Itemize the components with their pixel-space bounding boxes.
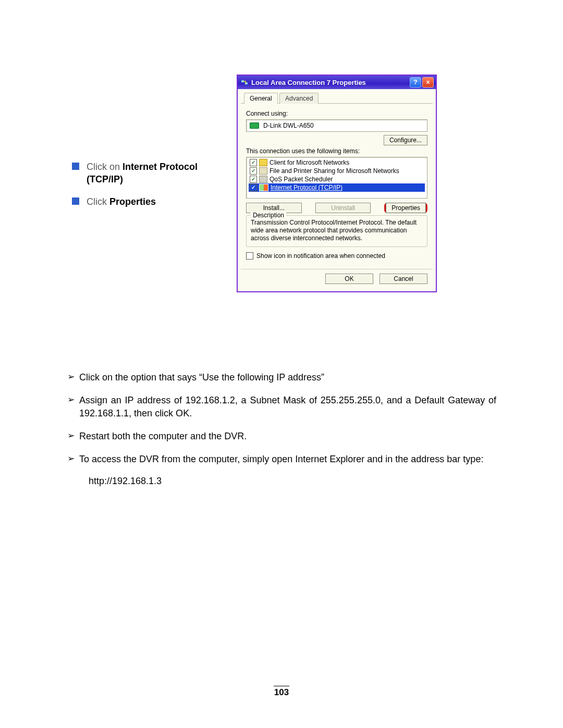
checkbox-icon[interactable]	[250, 159, 257, 166]
body-instruction-list: ➢ Click on the option that says “Use the…	[68, 371, 496, 487]
left-instruction-column: Click on Internet Protocol (TCP/IP) Clic…	[72, 161, 228, 217]
tcpip-icon	[259, 184, 268, 191]
svg-rect-0	[241, 80, 244, 82]
list-item-label: File and Printer Sharing for Microsoft N…	[270, 167, 399, 175]
checkbox-icon[interactable]	[246, 252, 253, 260]
configure-button[interactable]: Configure...	[384, 135, 427, 145]
instruction-text: Click on the option that says “Use the f…	[79, 371, 324, 384]
instruction-text: Assign an IP address of 192.168.1.2, a S…	[79, 394, 496, 419]
dialog-footer: OK Cancel	[241, 269, 433, 288]
qos-icon	[259, 176, 267, 183]
description-text: Transmission Control Protocol/Internet P…	[251, 219, 423, 242]
dialog-title: Local Area Connection 7 Properties	[251, 79, 409, 87]
cancel-button[interactable]: Cancel	[380, 274, 427, 284]
ok-button[interactable]: OK	[325, 274, 373, 284]
tab-general[interactable]: General	[244, 93, 278, 104]
nic-icon	[250, 122, 259, 129]
properties-highlight: Properties	[384, 203, 427, 213]
instruction-item: ➢ Restart both the computer and the DVR.	[68, 430, 496, 442]
left-bullet: Click Properties	[72, 195, 228, 208]
list-item[interactable]: Client for Microsoft Networks	[249, 158, 425, 167]
uninstall-button: Uninstall	[315, 203, 371, 213]
description-group: Description Transmission Control Protoco…	[246, 215, 427, 247]
client-icon	[259, 159, 267, 166]
close-button[interactable]: ×	[422, 77, 434, 88]
share-icon	[259, 167, 267, 175]
show-icon-row[interactable]: Show icon in notification area when conn…	[246, 252, 427, 260]
list-item[interactable]: File and Printer Sharing for Microsoft N…	[249, 167, 425, 175]
adapter-field[interactable]: D-Link DWL-A650	[246, 119, 427, 132]
items-label: This connection uses the following items…	[246, 147, 427, 155]
tab-advanced[interactable]: Advanced	[279, 93, 319, 104]
dialog-titlebar[interactable]: Local Area Connection 7 Properties ? ×	[238, 76, 436, 89]
help-button[interactable]: ?	[410, 77, 421, 88]
list-item-label: Client for Microsoft Networks	[270, 159, 349, 166]
url-line: http://192.168.1.3	[89, 476, 496, 487]
connect-using-label: Connect using:	[246, 110, 427, 117]
arrow-icon: ➢	[67, 371, 80, 382]
bullet-text: Click on Internet Protocol (TCP/IP)	[87, 161, 228, 186]
bullet-square-icon	[72, 163, 79, 170]
description-legend: Description	[251, 212, 286, 219]
list-item[interactable]: QoS Packet Scheduler	[249, 175, 425, 183]
instruction-item: ➢ To access the DVR from the computer, s…	[68, 453, 496, 465]
properties-dialog: Local Area Connection 7 Properties ? × G…	[237, 75, 437, 292]
instruction-item: ➢ Assign an IP address of 192.168.1.2, a…	[68, 394, 496, 419]
items-listbox[interactable]: Client for Microsoft Networks File and P…	[246, 157, 427, 199]
checkbox-icon[interactable]	[250, 176, 257, 183]
show-icon-label: Show icon in notification area when conn…	[256, 252, 385, 260]
instruction-text: To access the DVR from the computer, sim…	[79, 453, 483, 465]
arrow-icon: ➢	[67, 453, 80, 464]
arrow-icon: ➢	[67, 394, 80, 405]
adapter-name: D-Link DWL-A650	[263, 122, 314, 129]
network-icon	[241, 79, 248, 86]
left-bullet: Click on Internet Protocol (TCP/IP)	[72, 161, 228, 186]
arrow-icon: ➢	[67, 430, 80, 441]
bullet-square-icon	[72, 198, 79, 205]
page-number: 103	[0, 687, 563, 698]
checkbox-icon[interactable]	[250, 167, 257, 175]
properties-button[interactable]: Properties	[386, 203, 426, 213]
dialog-tabs: General Advanced	[241, 92, 433, 104]
instruction-item: ➢ Click on the option that says “Use the…	[68, 371, 496, 384]
checkbox-icon[interactable]	[250, 184, 257, 191]
list-item-selected[interactable]: Internet Protocol (TCP/IP)	[249, 183, 425, 192]
bullet-text: Click Properties	[87, 195, 156, 208]
page-footer: 103	[0, 686, 563, 698]
instruction-text: Restart both the computer and the DVR.	[79, 430, 247, 442]
list-item-label: QoS Packet Scheduler	[270, 176, 333, 183]
footer-rule	[274, 686, 289, 686]
list-item-label: Internet Protocol (TCP/IP)	[271, 184, 342, 191]
